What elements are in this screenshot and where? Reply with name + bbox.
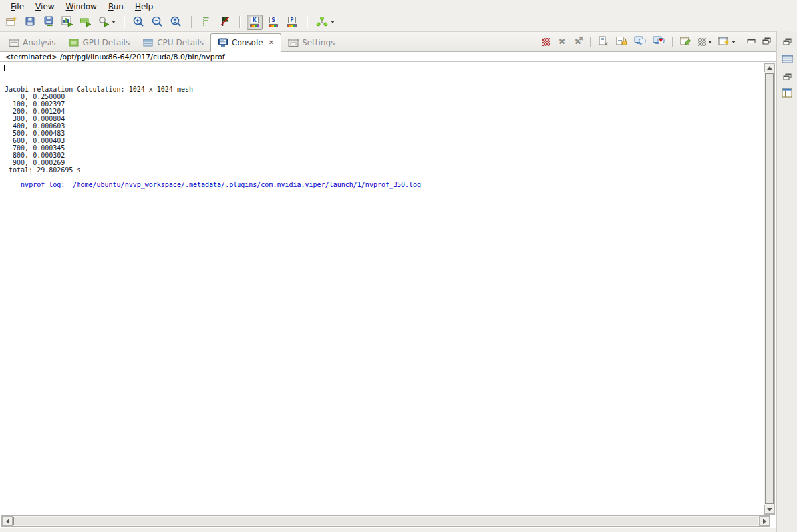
scroll-down-button[interactable] — [764, 505, 774, 514]
console-output[interactable]: Jacobi relaxation Calculation: 1024 x 10… — [0, 63, 763, 515]
minimize-view-button[interactable] — [746, 35, 756, 46]
process-view-icon: P — [287, 17, 297, 27]
horizontal-scroll-thumb[interactable] — [13, 517, 758, 525]
restore-view-icon — [783, 70, 792, 83]
menu-bar: File View Window Run Help — [0, 0, 797, 13]
minimize-view-icon — [747, 35, 756, 47]
clear-console-button[interactable] — [598, 37, 609, 47]
zoom-in-button[interactable] — [131, 15, 147, 30]
zoom-fit-button[interactable] — [168, 15, 184, 30]
save-button[interactable] — [22, 15, 38, 30]
scroll-lock-icon — [616, 36, 627, 49]
restore-view-button[interactable] — [780, 35, 794, 47]
maximize-view-icon — [762, 35, 771, 47]
run-segment-button[interactable] — [78, 15, 94, 30]
menu-window[interactable]: Window — [61, 1, 103, 13]
minimized-views-strip — [776, 31, 797, 532]
triangle-left-icon — [6, 519, 9, 524]
nvprof-log-link[interactable]: nvprof log: /home/ubuntu/nvvp_workspace/… — [21, 181, 421, 188]
remove-launch-button[interactable]: ✖ — [558, 37, 567, 47]
rainbow-strip — [287, 24, 297, 27]
console-line: total: 29.802695 s — [5, 166, 763, 174]
close-icon[interactable]: ✕ — [269, 39, 274, 46]
settings-icon — [288, 38, 299, 47]
terminate-button[interactable] — [542, 37, 551, 47]
show-stdout-console-icon — [634, 36, 646, 49]
maximize-view-button[interactable] — [762, 35, 771, 46]
open-console-button[interactable] — [718, 37, 736, 47]
vertical-scrollbar[interactable] — [764, 63, 775, 515]
restore-view-button[interactable] — [780, 70, 794, 82]
console-line: 600, 0.000403 — [5, 137, 763, 144]
menu-file[interactable]: File — [5, 1, 30, 13]
tree-hierarchy-icon — [315, 16, 329, 29]
profile-application-button[interactable] — [96, 15, 117, 30]
remove-launch-icon: ✖ — [559, 38, 566, 46]
triangle-down-icon — [767, 508, 772, 511]
vertical-scroll-thumb[interactable] — [765, 73, 774, 504]
tab-analysis[interactable]: Analysis — [2, 34, 62, 51]
stream-view-button[interactable]: S — [265, 15, 281, 30]
toolbar-separator — [672, 37, 673, 47]
console-line: 900, 0.000269 — [5, 159, 763, 166]
tab-settings[interactable]: Settings — [281, 34, 341, 51]
cpu-details-icon — [143, 38, 154, 47]
display-selected-console-button[interactable] — [698, 37, 712, 47]
save-all-button[interactable] — [41, 15, 57, 30]
table-view-icon — [782, 53, 793, 66]
show-stderr-console-button[interactable]: ✱ — [653, 37, 665, 47]
scroll-up-button[interactable] — [764, 63, 774, 72]
chevron-down-icon — [112, 21, 116, 23]
table-view-button[interactable] — [780, 53, 794, 65]
tab-cpu-details[interactable]: CPU Details — [136, 34, 210, 51]
console-lines: Jacobi relaxation Calculation: 1024 x 10… — [5, 86, 763, 174]
console-icon — [218, 38, 228, 47]
text-cursor — [4, 65, 5, 71]
remove-all-terminated-button[interactable]: ✖✖ — [573, 37, 583, 47]
menu-view[interactable]: View — [30, 1, 60, 13]
menu-run[interactable]: Run — [103, 1, 130, 13]
flag-clear-icon — [220, 16, 230, 29]
console-line: 300, 0.000804 — [5, 115, 763, 122]
mark-timeline-button[interactable] — [198, 15, 214, 30]
analysis-icon — [9, 38, 19, 47]
toolbar-separator — [239, 16, 240, 28]
kernel-view-letter: K — [251, 17, 259, 23]
view-minmax-controls — [736, 35, 776, 51]
tab-gpu-details[interactable]: GPU Details — [62, 34, 136, 51]
console-line: 0, 0.250000 — [5, 93, 763, 100]
rainbow-strip — [269, 24, 278, 27]
pin-console-button[interactable] — [680, 37, 691, 47]
triangle-right-icon — [763, 519, 766, 524]
scroll-left-button[interactable] — [2, 516, 13, 526]
chevron-down-icon — [708, 41, 712, 43]
save-icon — [25, 16, 35, 29]
terminate-icon — [542, 38, 550, 46]
generate-timeline-button[interactable] — [59, 15, 75, 30]
console-toolbar: ✖ ✖✖ ✱ — [542, 37, 736, 51]
console-line: 100, 0.002397 — [5, 100, 763, 108]
analysis-tree-button[interactable] — [314, 15, 336, 30]
zoom-in-icon — [132, 15, 146, 29]
scroll-lock-button[interactable] — [616, 37, 627, 47]
toolbar-separator — [124, 16, 124, 28]
tab-label: Analysis — [23, 38, 55, 47]
console-line: 800, 0.000302 — [5, 152, 763, 159]
console-view: <terminated> /opt/pgi/linux86-64/2017/cu… — [0, 52, 776, 528]
scroll-right-button[interactable] — [759, 516, 770, 526]
tab-console[interactable]: Console ✕ — [210, 33, 281, 52]
clear-marks-button[interactable] — [217, 15, 233, 30]
timeline-chart-run-icon — [61, 16, 73, 29]
stream-view-letter: S — [269, 17, 277, 23]
new-session-button[interactable] — [3, 15, 19, 30]
kernel-view-button[interactable]: K — [247, 15, 263, 30]
clear-console-icon — [598, 36, 609, 49]
horizontal-scrollbar[interactable] — [1, 515, 770, 527]
show-stdout-console-button[interactable] — [634, 37, 646, 47]
process-view-button[interactable]: P — [284, 15, 300, 30]
zoom-out-button[interactable] — [150, 15, 166, 30]
menu-help[interactable]: Help — [130, 1, 159, 13]
gpu-details-icon — [69, 38, 79, 47]
kernel-view-icon: K — [250, 17, 259, 27]
panel-view-button[interactable] — [780, 88, 794, 100]
